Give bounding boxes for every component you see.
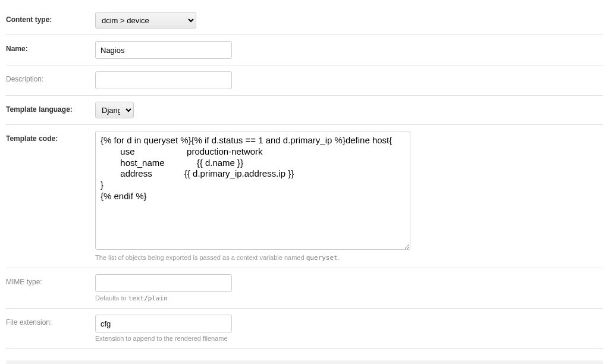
- template-language-select[interactable]: Django: [95, 102, 134, 118]
- template-language-label: Template language:: [6, 102, 95, 114]
- button-bar: Delete Save and add another Save and con…: [6, 360, 603, 364]
- file-extension-input[interactable]: [95, 315, 232, 332]
- template-code-textarea[interactable]: [95, 131, 410, 250]
- content-type-label: Content type:: [6, 12, 95, 24]
- description-input[interactable]: [95, 71, 232, 89]
- mime-type-help: Defaults to text/plain: [95, 294, 603, 302]
- mime-type-input[interactable]: [95, 274, 232, 292]
- mime-type-label: MIME type:: [6, 274, 95, 286]
- file-extension-label: File extension:: [6, 315, 95, 327]
- file-extension-help: Extension to append to the rendered file…: [95, 335, 603, 342]
- template-code-help: The list of objects being exported is pa…: [95, 254, 603, 262]
- description-label: Description:: [6, 71, 95, 83]
- content-type-select[interactable]: dcim > device: [95, 12, 196, 29]
- template-code-label: Template code:: [6, 131, 95, 143]
- name-label: Name:: [6, 41, 95, 53]
- name-input[interactable]: [95, 41, 232, 59]
